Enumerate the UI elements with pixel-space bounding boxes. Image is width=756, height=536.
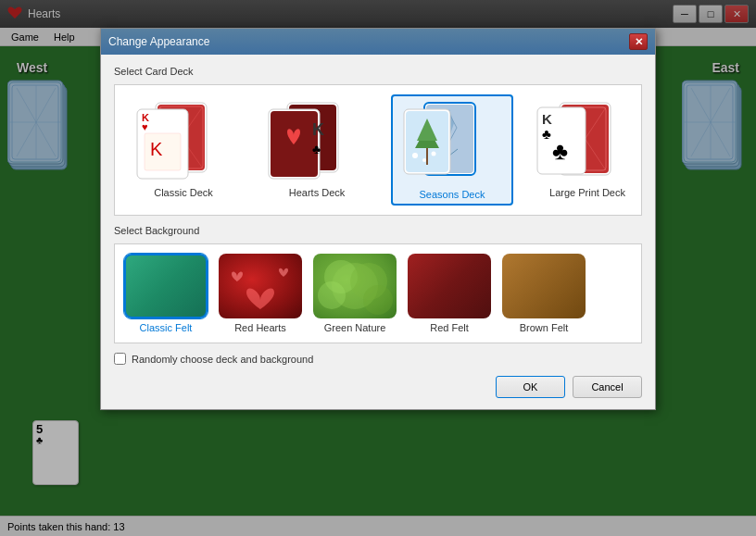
deck-item-hearts[interactable]: K ♣ Hearts Deck	[258, 94, 376, 206]
dialog-close-button[interactable]: ✕	[629, 33, 648, 50]
cancel-button[interactable]: Cancel	[573, 376, 642, 398]
ok-button[interactable]: OK	[496, 376, 565, 398]
svg-text:♣: ♣	[542, 126, 551, 142]
bg-section-title: Select Background	[114, 225, 642, 236]
svg-text:K: K	[542, 111, 552, 127]
classic-felt-swatch	[124, 254, 208, 318]
seasons-deck-label: Seasons Deck	[420, 189, 485, 200]
hearts-deck-preview: K ♣	[261, 98, 372, 181]
classic-deck-svg: K ♥ K K	[128, 98, 239, 181]
svg-point-60	[318, 281, 346, 309]
largeprint-deck-preview: K ♣ ♣	[532, 98, 643, 181]
red-felt-label: Red Felt	[430, 322, 469, 333]
bg-item-classic-felt[interactable]: Classic Felt	[124, 254, 208, 333]
svg-text:♣: ♣	[312, 142, 321, 156]
green-nature-bg-svg	[313, 254, 397, 318]
classic-deck-label: Classic Deck	[154, 187, 213, 198]
hearts-deck-svg: K ♣	[261, 98, 372, 181]
svg-point-45	[412, 153, 418, 158]
largeprint-deck-svg: K ♣ ♣	[532, 98, 643, 181]
classic-deck-preview: K ♥ K K	[128, 98, 239, 181]
green-nature-label: Green Nature	[324, 322, 386, 333]
svg-text:♥: ♥	[142, 121, 148, 132]
deck-section-title: Select Card Deck	[114, 66, 642, 77]
deck-item-classic[interactable]: K ♥ K K Classic Deck	[124, 94, 243, 206]
classic-felt-label: Classic Felt	[140, 322, 193, 333]
svg-point-46	[432, 152, 436, 156]
seasons-deck-preview	[397, 100, 508, 183]
seasons-deck-svg	[397, 100, 508, 183]
deck-item-seasons[interactable]: Seasons Deck	[391, 94, 513, 206]
random-checkbox-row: Randomly choose deck and background	[114, 353, 642, 365]
dialog-buttons: OK Cancel	[114, 376, 642, 398]
svg-text:K: K	[312, 120, 324, 139]
bg-item-red-felt[interactable]: Red Felt	[408, 254, 491, 333]
bg-item-green-nature[interactable]: Green Nature	[313, 254, 397, 333]
brown-felt-swatch	[502, 254, 586, 318]
random-checkbox-label[interactable]: Randomly choose deck and background	[132, 354, 313, 365]
random-checkbox[interactable]	[114, 353, 126, 365]
red-felt-swatch	[408, 254, 491, 318]
dialog-title: Change Appearance	[108, 35, 629, 48]
largeprint-deck-label: Large Print Deck	[549, 187, 625, 198]
change-appearance-dialog: Change Appearance ✕ Select Card Deck	[100, 28, 656, 410]
bg-item-red-hearts[interactable]: Red Hearts	[219, 254, 302, 333]
deck-item-largeprint[interactable]: K ♣ ♣ Large Print Deck	[528, 94, 647, 206]
deck-section: K ♥ K K Classic Deck	[114, 84, 642, 216]
red-hearts-bg-svg	[219, 254, 302, 318]
svg-point-47	[422, 158, 426, 162]
hearts-deck-label: Hearts Deck	[289, 187, 346, 198]
dialog-content: Select Card Deck	[101, 55, 655, 409]
svg-text:K: K	[150, 139, 163, 159]
svg-rect-32	[271, 111, 318, 177]
svg-point-61	[363, 285, 393, 315]
green-nature-swatch	[313, 254, 397, 318]
game-background: Hearts ─ □ ✕ Game Help West East	[0, 0, 756, 536]
dialog-titlebar: Change Appearance ✕	[101, 29, 655, 55]
deck-grid: K ♥ K K Classic Deck	[124, 94, 632, 206]
red-hearts-swatch	[219, 254, 302, 318]
bg-item-brown-felt[interactable]: Brown Felt	[502, 254, 586, 333]
red-hearts-label: Red Hearts	[234, 322, 286, 333]
bg-grid: Classic Felt Red Hearts	[124, 254, 632, 333]
bg-section: Classic Felt Red Hearts	[114, 243, 642, 343]
svg-text:♣: ♣	[552, 137, 568, 165]
brown-felt-label: Brown Felt	[520, 322, 569, 333]
